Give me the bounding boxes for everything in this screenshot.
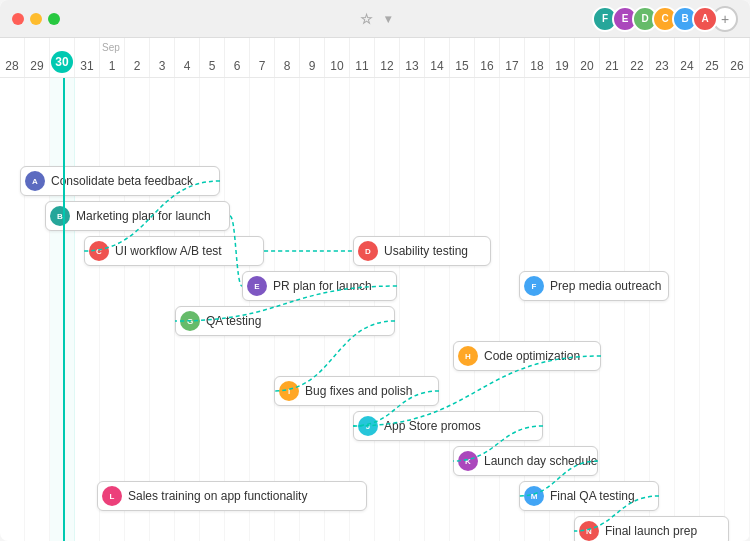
date-number: 12 xyxy=(380,59,393,73)
today-date: 30 xyxy=(51,51,73,73)
date-number: 1 xyxy=(109,59,116,73)
task-label: PR plan for launch xyxy=(273,279,372,293)
date-number: 25 xyxy=(705,59,718,73)
dropdown-icon[interactable]: ▾ xyxy=(385,12,391,26)
task-avatar: E xyxy=(247,276,267,296)
task-label: QA testing xyxy=(206,314,261,328)
grid-column xyxy=(150,78,175,541)
date-col: 26 xyxy=(725,38,750,77)
date-number: 24 xyxy=(680,59,693,73)
date-col: 8 xyxy=(275,38,300,77)
date-number: 17 xyxy=(505,59,518,73)
task-bar[interactable]: DUsability testing xyxy=(353,236,491,266)
date-number: 23 xyxy=(655,59,668,73)
date-number: 14 xyxy=(430,59,443,73)
task-label: Sales training on app functionality xyxy=(128,489,307,503)
date-col: 24 xyxy=(675,38,700,77)
date-col: 29 xyxy=(25,38,50,77)
minimize-button[interactable] xyxy=(30,13,42,25)
task-avatar: M xyxy=(524,486,544,506)
date-col: 5 xyxy=(200,38,225,77)
collaborator-avatar[interactable]: A xyxy=(692,6,718,32)
task-label: App Store promos xyxy=(384,419,481,433)
date-number: 15 xyxy=(455,59,468,73)
task-avatar: N xyxy=(579,521,599,541)
grid-column xyxy=(25,78,50,541)
date-number: 16 xyxy=(480,59,493,73)
grid-column xyxy=(625,78,650,541)
task-bar[interactable]: BMarketing plan for launch xyxy=(45,201,230,231)
traffic-lights xyxy=(12,13,60,25)
gantt-body: AConsolidate beta feedbackBMarketing pla… xyxy=(0,78,750,541)
task-bar[interactable]: FPrep media outreach xyxy=(519,271,669,301)
date-number: 7 xyxy=(259,59,266,73)
task-bar[interactable]: GQA testing xyxy=(175,306,395,336)
task-avatar: G xyxy=(180,311,200,331)
task-label: Prep media outreach xyxy=(550,279,661,293)
task-bar[interactable]: KLaunch day schedule xyxy=(453,446,598,476)
task-bar[interactable]: EPR plan for launch xyxy=(242,271,397,301)
date-number: 20 xyxy=(580,59,593,73)
date-number: 18 xyxy=(530,59,543,73)
date-col: 31 xyxy=(75,38,100,77)
task-avatar: C xyxy=(89,241,109,261)
date-number: 31 xyxy=(80,59,93,73)
date-col: 7 xyxy=(250,38,275,77)
task-bar[interactable]: IBug fixes and polish xyxy=(274,376,439,406)
date-number: 11 xyxy=(355,59,368,73)
task-label: Bug fixes and polish xyxy=(305,384,412,398)
star-icon[interactable]: ☆ xyxy=(360,11,373,27)
maximize-button[interactable] xyxy=(48,13,60,25)
date-col: 9 xyxy=(300,38,325,77)
grid-column xyxy=(400,78,425,541)
date-number: 13 xyxy=(405,59,418,73)
grid-column xyxy=(0,78,25,541)
date-number: 21 xyxy=(605,59,618,73)
timeline-header: 28293031Sep12345678910111213141516171819… xyxy=(0,38,750,78)
main-window: ☆ ▾ FEDCBA + 28293031Sep1234567891011121… xyxy=(0,0,750,541)
grid-column xyxy=(425,78,450,541)
date-col: 16 xyxy=(475,38,500,77)
date-col: 25 xyxy=(700,38,725,77)
date-col: 19 xyxy=(550,38,575,77)
task-bar[interactable]: AConsolidate beta feedback xyxy=(20,166,220,196)
task-avatar: K xyxy=(458,451,478,471)
task-bar[interactable]: HCode optimization xyxy=(453,341,601,371)
date-number: 2 xyxy=(134,59,141,73)
task-label: Marketing plan for launch xyxy=(76,209,211,223)
date-col: 12 xyxy=(375,38,400,77)
date-col: 13 xyxy=(400,38,425,77)
date-number: 4 xyxy=(184,59,191,73)
date-number: 9 xyxy=(309,59,316,73)
grid-column xyxy=(125,78,150,541)
grid-column xyxy=(600,78,625,541)
date-col: 10 xyxy=(325,38,350,77)
task-bar[interactable]: MFinal QA testing xyxy=(519,481,659,511)
date-col: 21 xyxy=(600,38,625,77)
date-number: 28 xyxy=(5,59,18,73)
date-col: 30 xyxy=(50,38,75,77)
date-number: 29 xyxy=(30,59,43,73)
date-number: 5 xyxy=(209,59,216,73)
date-number: 22 xyxy=(630,59,643,73)
grid-column xyxy=(700,78,725,541)
date-col: 4 xyxy=(175,38,200,77)
date-col: 23 xyxy=(650,38,675,77)
date-col: 22 xyxy=(625,38,650,77)
close-button[interactable] xyxy=(12,13,24,25)
task-bar[interactable]: NFinal launch prep xyxy=(574,516,729,541)
date-col: 18 xyxy=(525,38,550,77)
date-number: 10 xyxy=(330,59,343,73)
date-number: 6 xyxy=(234,59,241,73)
window-title-area: ☆ ▾ xyxy=(360,11,391,27)
task-label: Final QA testing xyxy=(550,489,635,503)
task-bar[interactable]: CUI workflow A/B test xyxy=(84,236,264,266)
grid-column xyxy=(75,78,100,541)
date-number: 26 xyxy=(730,59,743,73)
task-avatar: J xyxy=(358,416,378,436)
task-bar[interactable]: JApp Store promos xyxy=(353,411,543,441)
today-line xyxy=(63,78,65,541)
date-number: 19 xyxy=(555,59,568,73)
task-label: UI workflow A/B test xyxy=(115,244,222,258)
task-bar[interactable]: LSales training on app functionality xyxy=(97,481,367,511)
